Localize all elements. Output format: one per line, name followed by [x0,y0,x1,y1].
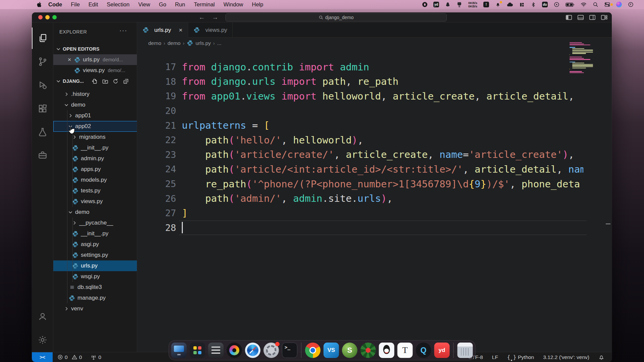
tab-urls.py[interactable]: urls.py× [137,22,188,38]
toggle-primary-sidebar-icon[interactable] [565,13,573,22]
window-title-bar[interactable]: ← → django_demo [32,12,612,22]
code-line-21[interactable]: 21urlpatterns = [ [137,118,583,133]
apple-logo-icon[interactable] [36,1,42,8]
dock-icon-chrome[interactable] [305,343,321,358]
close-editor-icon[interactable]: × [66,56,73,63]
zoom-window-button[interactable] [52,15,57,19]
activity-explorer-icon[interactable] [32,27,53,49]
baidu-icon[interactable]: du [539,0,551,9]
nav-back-icon[interactable]: ← [199,12,205,22]
tree-item-manage.py[interactable]: manage.py [53,293,137,303]
dock-icon-photos-app[interactable] [227,343,242,358]
battery-icon[interactable] [562,0,578,9]
youdao-icon[interactable]: yd [430,0,442,9]
ports-indicator[interactable]: 0 [91,354,101,360]
eol-indicator[interactable]: LF [492,354,498,360]
notification-bell-icon[interactable] [492,0,504,9]
control-center-icon[interactable] [601,0,613,9]
code-line-19[interactable]: 19from app01.views import helloworld, ar… [137,89,583,104]
toggle-panel-icon[interactable] [576,13,585,22]
wifi-icon[interactable] [578,0,590,9]
breadcrumb-item[interactable]: ... [217,40,221,46]
cloud-icon[interactable] [504,0,516,9]
dock-icon-typora[interactable] [397,343,413,358]
tree-item-__init__.py[interactable]: __init__.py [53,228,137,239]
activity-source-control-icon[interactable] [32,51,53,72]
sidebar-more-actions-icon[interactable]: ··· [119,27,127,34]
nav-forward-icon[interactable]: → [212,12,218,22]
refresh-icon[interactable] [112,78,119,86]
tree-item-__init__.py[interactable]: __init__.py [53,142,137,153]
breadcrumb-item[interactable]: urls.py [196,40,211,46]
customize-layout-icon[interactable] [600,13,608,22]
python-interpreter-indicator[interactable]: 3.12.2 ('venv': venv) [543,354,589,360]
dock-icon-terminal[interactable] [282,343,298,358]
menu-go[interactable]: Go [155,1,171,8]
code-line-18[interactable]: 18from django.urls import path, re_path [137,74,583,89]
dock-icon-green-s-app[interactable] [342,343,358,358]
code-viewport[interactable]: 17from django.contrib import admin18from… [137,49,612,352]
dock-icon-notes-app[interactable] [208,343,224,358]
remote-indicator[interactable]: >< [32,352,53,362]
tree-item-admin.py[interactable]: admin.py [53,153,137,164]
dock-icon-qq[interactable] [379,343,394,358]
dock-icon-trash[interactable] [458,343,473,358]
tree-item-demo[interactable]: demo [53,207,137,218]
window-layout-icon[interactable] [516,0,528,9]
new-folder-icon[interactable] [102,78,108,86]
breadcrumb-item[interactable]: demo [167,40,180,46]
notifications-bell-icon[interactable] [598,354,604,360]
open-editor-views.py[interactable]: views.pydemo/... [53,65,137,76]
tree-item-views.py[interactable]: views.py [53,196,137,207]
tree-item-tests.py[interactable]: tests.py [53,185,137,196]
dock-icon-vscode[interactable] [324,343,339,358]
dock-icon-display-app[interactable] [171,343,187,358]
code-line-27[interactable]: 27] [137,206,583,221]
code-line-25[interactable]: 25 re_path('^phone/(?P<phone_number>1[34… [137,177,583,191]
code-line-22[interactable]: 22 path('hello/', helloworld), [137,133,583,147]
tree-item-venv[interactable]: venv [53,303,137,314]
tree-item-__pycache__[interactable]: __pycache__ [53,218,137,228]
bluetooth-icon[interactable] [528,0,539,9]
command-center-search[interactable]: django_demo [225,13,447,21]
menu-view[interactable]: View [134,1,154,8]
qq-penguin-icon[interactable] [442,0,453,9]
menu-run[interactable]: Run [171,1,190,8]
code-line-23[interactable]: 23 path('article/create/', article_creat… [137,147,583,162]
menu-selection[interactable]: Selection [102,1,134,8]
dock-icon-watermelon-app[interactable] [361,343,376,358]
minimize-window-button[interactable] [45,15,50,19]
activity-extensions-icon[interactable] [32,98,53,119]
play-circle-icon[interactable] [551,0,562,9]
tree-item-app02[interactable]: app02 [53,121,137,132]
activity-account[interactable] [32,306,53,327]
tree-item-models.py[interactable]: models.py [53,175,137,185]
tree-item-asgi.py[interactable]: asgi.py [53,239,137,250]
net-speed-indicator[interactable]: 0KB/s0KB/s [465,0,480,9]
activity-settings-gear[interactable] [32,329,53,351]
dock-icon-q-app[interactable] [416,343,431,358]
dock-icon-system-settings[interactable] [264,343,279,358]
collapse-all-icon[interactable] [123,78,129,86]
dock-icon-launchpad[interactable] [190,343,205,358]
tree-item-app01[interactable]: app01 [53,110,137,121]
menu-terminal[interactable]: Terminal [190,1,219,8]
tree-item-urls.py[interactable]: urls.py [53,260,137,271]
record-circle-icon[interactable] [419,0,430,9]
new-file-icon[interactable] [92,78,98,86]
code-line-26[interactable]: 26 path('admin/', admin.site.urls), [137,191,583,206]
clock-icon[interactable] [625,0,637,9]
code-line-17[interactable]: 17from django.contrib import admin [137,60,583,74]
activity-testing-icon[interactable] [32,121,53,143]
spotlight-search-icon[interactable] [590,0,601,9]
tree-item-wsgi.py[interactable]: wsgi.py [53,271,137,282]
tree-item-db.sqlite3[interactable]: db.sqlite3 [53,282,137,293]
close-tab-icon[interactable]: × [179,26,182,34]
open-editor-urls.py[interactable]: ×urls.pydemo/d... [53,54,137,65]
toggle-secondary-sidebar-icon[interactable] [588,13,597,22]
tree-item-apps.py[interactable]: apps.py [53,164,137,175]
code-line-20[interactable]: 20 [137,104,583,118]
problems-indicator[interactable]: 0 0 [57,354,82,360]
dock-icon-safari[interactable] [245,343,261,358]
breadcrumb-item[interactable]: demo [148,40,161,46]
